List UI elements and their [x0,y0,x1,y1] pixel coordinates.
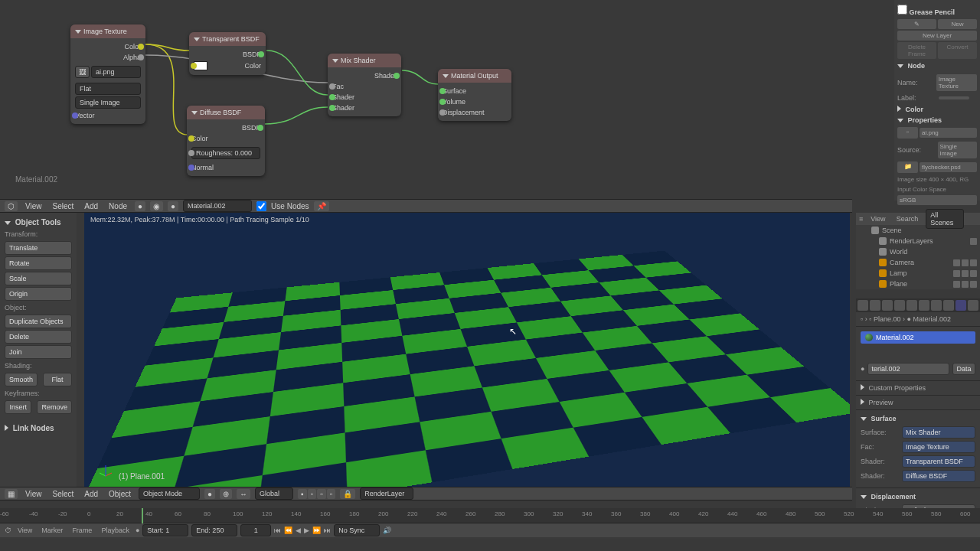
grease-pencil-toggle[interactable] [897,5,907,15]
vis-icon[interactable] [970,238,977,245]
convert-button[interactable]: Convert [938,42,977,59]
collapse-icon[interactable] [861,495,867,499]
socket-in-fac[interactable] [329,83,335,90]
use-nodes-checkbox[interactable] [256,201,266,211]
mat-browse-icon[interactable]: ● [861,365,864,373]
filepath-field[interactable]: flychecker.psd [920,162,977,172]
remove-keyframe-button[interactable]: Remove [37,400,72,414]
interp-field[interactable]: Single Image [75,96,141,109]
next-keyframe-icon[interactable]: ⏩ [312,527,321,534]
node-sidebar[interactable]: Grease Pencil ✎New New Layer Delete Fram… [894,0,980,201]
renderlayer-selector[interactable]: RenderLayer [360,487,413,500]
collapse-icon[interactable] [75,30,81,34]
socket-in-disp[interactable] [439,109,446,116]
menu-marker[interactable]: Marker [38,527,66,534]
tab-render[interactable] [858,300,868,311]
mode-selector[interactable]: Object Mode [139,487,200,500]
collapse-icon[interactable] [332,59,338,63]
timeline-header[interactable]: ⏱ View Marker Frame Playback ● Start: 1 … [0,523,980,537]
shading-icon[interactable]: ● [204,489,215,499]
surface-shader-selector[interactable]: Mix Shader [902,426,975,439]
play-reverse-icon[interactable]: ◀ [296,527,301,534]
material-link-selector[interactable]: Data [952,363,975,375]
scale-button[interactable]: Scale [5,272,72,285]
mat-browse-icon[interactable]: ● [168,201,178,211]
collapse-icon[interactable] [5,425,8,431]
tab-scene[interactable] [882,300,893,311]
collapse-icon[interactable] [191,111,198,115]
pin-icon[interactable]: 📌 [314,201,329,211]
layers-grid[interactable]: ▪▫▫▫ [298,489,335,499]
origin-button[interactable]: Origin [5,287,72,301]
autokey-icon[interactable]: ● [136,527,139,534]
viewport-3d[interactable]: Mem:22.32M, Peak:37.78M | Time:00:00.00 … [84,213,850,487]
panel-header[interactable]: Surface [871,415,897,422]
rotate-button[interactable]: Rotate [5,256,72,270]
collapse-icon[interactable] [861,384,864,390]
editor-type-icon[interactable]: ≡ [859,215,863,223]
outliner-plane[interactable]: Plane [856,279,980,289]
node-mix-shader[interactable]: Mix Shader Shader Fac Shader Shader [328,54,401,116]
node-label-field[interactable] [939,96,969,99]
socket-out-bsdf[interactable] [257,125,263,131]
orientation-selector[interactable]: Global [255,487,293,500]
audio-icon[interactable]: 🔊 [383,527,391,534]
properties-editor[interactable]: ▫ › ▫ Plane.00 › ● Material.002 Material… [856,298,980,525]
sel-icon[interactable] [962,259,969,266]
editor-type-icon[interactable]: ⏱ [5,527,11,534]
fac-input-selector[interactable]: Image Texture [902,441,975,453]
render-icon[interactable] [970,281,977,288]
node-header[interactable]: Image Texture [70,24,145,38]
link-nodes-panel[interactable]: Link Nodes [3,422,74,435]
sel-icon[interactable] [962,281,969,288]
panel-header[interactable]: Displacement [871,493,916,500]
file-browse-icon[interactable]: 📁 [897,161,918,173]
shader-type-icon[interactable]: ◉ [150,201,163,211]
node-editor-header[interactable]: ⬡ View Select Add Node ● ◉ ● Material.00… [0,199,852,213]
pivot-icon[interactable]: ⊕ [220,489,232,499]
socket-in-color[interactable] [191,63,197,69]
projection-field[interactable]: Flat [75,83,141,95]
vis-icon[interactable] [953,270,960,277]
panel-header[interactable]: Node [908,62,926,70]
delete-frame-button[interactable]: Delete Frame [897,42,936,59]
node-transparent-bsdf[interactable]: Transparent BSDF BSDF Color [189,32,266,75]
menu-view[interactable]: View [867,215,888,223]
socket-in-shader2[interactable] [329,105,335,111]
timeline[interactable]: -60-40-200204060801001201401601802002202… [0,508,980,539]
grease-new-button[interactable]: New [938,19,977,29]
node-diffuse-bsdf[interactable]: Diffuse BSDF BSDF Color Roughness: 0.000… [187,106,265,176]
delete-button[interactable]: Delete [5,330,72,344]
node-header[interactable]: Material Output [438,69,511,83]
socket-in-surface[interactable] [439,88,446,94]
node-image-texture[interactable]: Image Texture Color Alpha 🖼ai.png Flat S… [70,24,145,124]
menu-frame[interactable]: Frame [69,527,95,534]
node-editor[interactable]: Image Texture Color Alpha 🖼ai.png Flat S… [0,0,880,188]
source-selector[interactable]: Single Image [938,142,977,158]
tool-shelf[interactable]: Object Tools Transform: Translate Rotate… [0,213,77,487]
tab-constraints[interactable] [919,300,929,311]
rewind-icon[interactable]: ⏮ [274,527,281,534]
socket-in-color[interactable] [188,135,194,142]
menu-add[interactable]: Add [81,490,101,498]
menu-node[interactable]: Node [106,202,130,210]
panel-header[interactable]: Grease Pencil [910,8,956,16]
outliner-header[interactable]: ≡ View Search All Scenes [856,213,980,225]
timeline-ruler[interactable]: -60-40-200204060801001201401601802002202… [0,508,980,523]
insert-keyframe-button[interactable]: Insert [5,400,31,414]
duplicate-button[interactable]: Duplicate Objects [5,315,72,328]
node-material-output[interactable]: Material Output Surface Volume Displacem… [438,69,511,121]
shader2-selector[interactable]: Diffuse BSDF [902,470,975,482]
manip-icon[interactable]: ↔ [237,489,250,499]
sync-selector[interactable]: No Sync [334,524,380,536]
outliner-lamp[interactable]: Lamp [856,268,980,279]
translate-button[interactable]: Translate [5,241,72,255]
roughness-field[interactable]: Roughness: 0.000 [191,147,260,159]
current-frame-indicator[interactable] [142,508,143,523]
menu-select[interactable]: Select [50,490,77,498]
node-header[interactable]: Transparent BSDF [189,32,266,46]
socket-out-shader[interactable] [394,73,400,79]
socket-in-vector[interactable] [72,112,78,119]
material-slot-list[interactable]: Material.002 ● terial.002 Data [856,327,980,381]
new-layer-button[interactable]: New Layer [897,31,977,41]
